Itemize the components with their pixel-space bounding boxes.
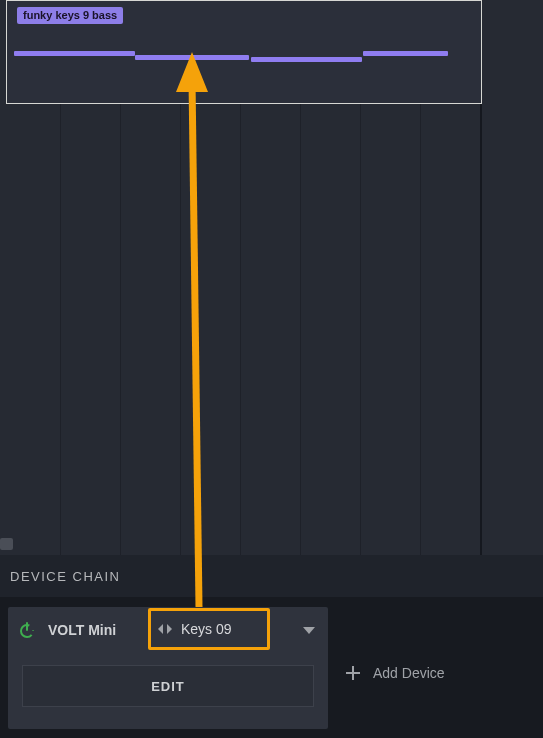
scroll-handle[interactable] [0,538,13,550]
midi-clip[interactable]: funky keys 9 bass [6,0,482,104]
midi-note[interactable] [14,51,135,56]
midi-note[interactable] [135,55,249,60]
clip-label: funky keys 9 bass [17,7,123,24]
device-name: VOLT Mini [46,622,116,638]
chevron-down-icon[interactable] [302,622,316,640]
section-title: DEVICE CHAIN [10,569,120,584]
device-panel: VOLT Mini Keys 09 EDIT [0,597,543,738]
device-volt-mini: VOLT Mini Keys 09 EDIT [8,607,328,729]
preset-selector[interactable]: Keys 09 [148,608,270,650]
device-chain-header: DEVICE CHAIN [0,555,543,597]
plus-icon [345,665,361,681]
edit-button[interactable]: EDIT [22,665,314,707]
midi-note[interactable] [251,57,362,62]
timeline-area[interactable]: funky keys 9 bass [0,0,543,555]
edit-button-label: EDIT [151,679,185,694]
midi-note[interactable] [363,51,448,56]
device-header: VOLT Mini Keys 09 [8,607,328,653]
preset-name: Keys 09 [181,621,232,637]
add-device-label: Add Device [373,665,445,681]
note-lane [7,39,481,91]
power-icon [18,621,36,639]
preset-prev-next-icon[interactable] [157,622,173,636]
power-button[interactable] [8,607,46,653]
add-device-button[interactable]: Add Device [345,665,445,681]
